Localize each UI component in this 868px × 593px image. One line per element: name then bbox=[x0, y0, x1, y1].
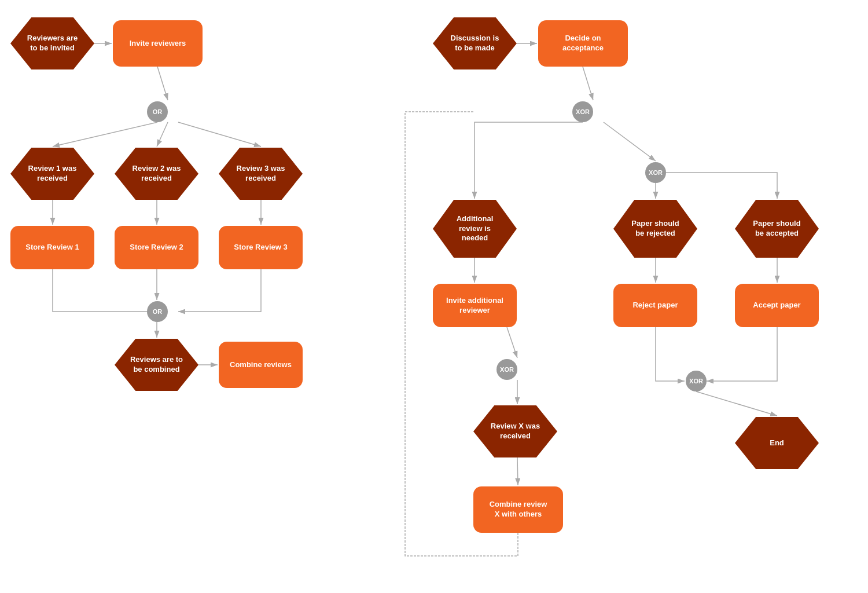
svg-line-19 bbox=[517, 457, 518, 485]
review2-received: Review 2 was received bbox=[115, 148, 198, 200]
reviewers-to-be-invited: Reviewers are to be invited bbox=[10, 17, 94, 69]
gateway-xor1: XOR bbox=[572, 101, 593, 122]
svg-line-14 bbox=[604, 122, 656, 161]
svg-line-22 bbox=[696, 391, 777, 416]
invite-reviewers: Invite reviewers bbox=[113, 20, 203, 67]
combine-reviews: Combine reviews bbox=[219, 342, 303, 388]
decide-on-acceptance: Decide on acceptance bbox=[538, 20, 628, 67]
accept-paper: Accept paper bbox=[735, 284, 819, 327]
review3-received: Review 3 was received bbox=[219, 148, 303, 200]
gateway-xor2: XOR bbox=[645, 162, 666, 183]
store-review3: Store Review 3 bbox=[219, 226, 303, 269]
svg-line-5 bbox=[178, 122, 261, 147]
store-review1: Store Review 1 bbox=[10, 226, 94, 269]
invite-additional-reviewer: Invite additional reviewer bbox=[433, 284, 517, 327]
store-review2: Store Review 2 bbox=[115, 226, 198, 269]
gateway-or2: OR bbox=[147, 301, 168, 322]
reject-paper: Reject paper bbox=[613, 284, 697, 327]
reviews-to-be-combined: Reviews are to be combined bbox=[115, 339, 198, 391]
svg-line-17 bbox=[507, 327, 517, 358]
paper-should-be-accepted: Paper should be accepted bbox=[735, 200, 819, 258]
svg-line-3 bbox=[53, 122, 157, 147]
svg-line-4 bbox=[157, 122, 168, 147]
paper-should-be-rejected: Paper should be rejected bbox=[613, 200, 697, 258]
gateway-xor4: XOR bbox=[686, 371, 707, 391]
diagram-container: Reviewers are to be invited Invite revie… bbox=[0, 0, 868, 593]
additional-review-needed: Additional review is needed bbox=[433, 200, 517, 258]
review1-received: Review 1 was received bbox=[10, 148, 94, 200]
svg-line-2 bbox=[157, 67, 168, 100]
gateway-or1: OR bbox=[147, 101, 168, 122]
end-node: End bbox=[735, 417, 819, 469]
gateway-xor3: XOR bbox=[496, 359, 517, 380]
combine-review-x: Combine review X with others bbox=[473, 486, 563, 533]
svg-line-13 bbox=[583, 67, 593, 100]
review-x-received: Review X was received bbox=[473, 405, 557, 457]
discussion-to-be-made: Discussion is to be made bbox=[433, 17, 517, 69]
